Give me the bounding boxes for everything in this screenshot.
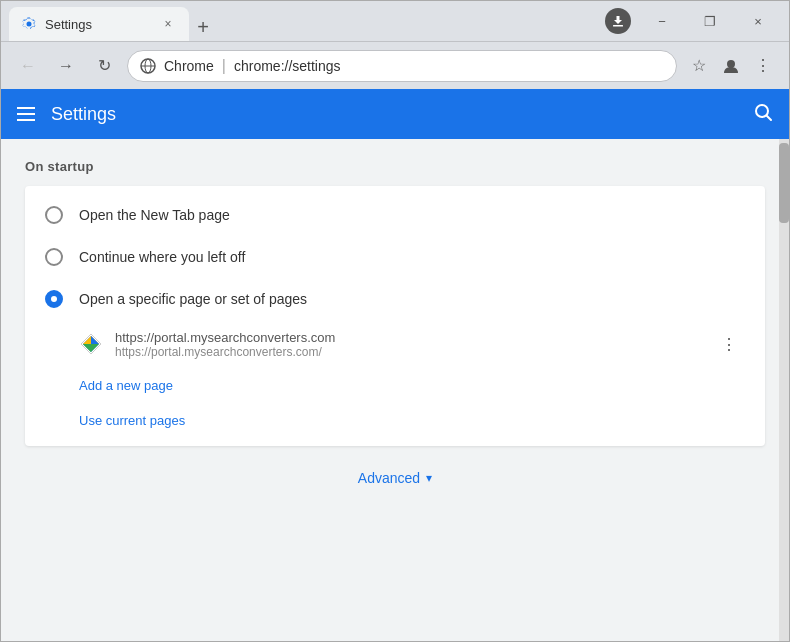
page-more-button[interactable]: ⋮ bbox=[713, 328, 745, 360]
back-button[interactable]: ← bbox=[13, 51, 43, 81]
download-icon bbox=[605, 8, 631, 34]
tab-favicon-icon bbox=[21, 16, 37, 32]
radio-button-continue[interactable] bbox=[45, 248, 63, 266]
radio-label-new-tab: Open the New Tab page bbox=[79, 207, 230, 223]
radio-option-specific[interactable]: Open a specific page or set of pages bbox=[25, 278, 765, 320]
bookmark-icon[interactable]: ☆ bbox=[685, 52, 713, 80]
toolbar-icons: ☆ ⋮ bbox=[685, 52, 777, 80]
window-controls: − ❐ × bbox=[639, 5, 781, 37]
minimize-button[interactable]: − bbox=[639, 5, 685, 37]
url-bar[interactable]: Chrome | chrome://settings bbox=[127, 50, 677, 82]
svg-rect-0 bbox=[613, 25, 623, 27]
svg-point-4 bbox=[727, 60, 735, 68]
menu-icon[interactable]: ⋮ bbox=[749, 52, 777, 80]
radio-button-new-tab[interactable] bbox=[45, 206, 63, 224]
address-bar: ← → ↻ Chrome | chrome://settings ☆ ⋮ bbox=[1, 41, 789, 89]
tab-title: Settings bbox=[45, 17, 92, 32]
radio-option-continue[interactable]: Continue where you left off bbox=[25, 236, 765, 278]
advanced-section[interactable]: Advanced ▾ bbox=[25, 454, 765, 494]
tab-close-button[interactable]: × bbox=[159, 15, 177, 33]
scrollbar[interactable] bbox=[779, 139, 789, 641]
window-close-button[interactable]: × bbox=[735, 5, 781, 37]
url-separator: | bbox=[222, 57, 226, 75]
svg-marker-12 bbox=[83, 344, 91, 352]
scroll-thumb[interactable] bbox=[779, 143, 789, 223]
active-tab[interactable]: Settings × bbox=[9, 7, 189, 41]
browser-name-label: Chrome bbox=[164, 58, 214, 74]
title-bar: Settings × + − ❐ × bbox=[1, 1, 789, 41]
startup-page-entry: https://portal.mysearchconverters.com ht… bbox=[25, 320, 765, 368]
settings-search-icon[interactable] bbox=[753, 102, 773, 127]
page-url-secondary: https://portal.mysearchconverters.com/ bbox=[115, 345, 701, 359]
page-urls: https://portal.mysearchconverters.com ht… bbox=[115, 330, 701, 359]
radio-button-specific[interactable] bbox=[45, 290, 63, 308]
svg-marker-11 bbox=[91, 336, 99, 344]
reload-button[interactable]: ↻ bbox=[89, 51, 119, 81]
radio-option-new-tab[interactable]: Open the New Tab page bbox=[25, 194, 765, 236]
page-favicon-icon bbox=[79, 332, 103, 356]
settings-header: Settings bbox=[1, 89, 789, 139]
page-url-primary: https://portal.mysearchconverters.com bbox=[115, 330, 701, 345]
radio-label-specific: Open a specific page or set of pages bbox=[79, 291, 307, 307]
chrome-icon bbox=[140, 58, 156, 74]
svg-line-6 bbox=[767, 115, 772, 120]
main-content: On startup Open the New Tab page Continu… bbox=[1, 139, 789, 641]
new-tab-button[interactable]: + bbox=[189, 13, 217, 41]
radio-label-continue: Continue where you left off bbox=[79, 249, 245, 265]
maximize-button[interactable]: ❐ bbox=[687, 5, 733, 37]
section-title: On startup bbox=[25, 159, 765, 174]
profile-icon[interactable] bbox=[717, 52, 745, 80]
url-text: chrome://settings bbox=[234, 58, 341, 74]
forward-button[interactable]: → bbox=[51, 51, 81, 81]
add-new-page-link[interactable]: Add a new page bbox=[25, 368, 765, 403]
content-area: On startup Open the New Tab page Continu… bbox=[1, 139, 789, 641]
browser-window: Settings × + − ❐ × ← → ↻ bbox=[0, 0, 790, 642]
hamburger-menu[interactable] bbox=[17, 107, 35, 121]
advanced-label: Advanced bbox=[358, 470, 420, 486]
page-title: Settings bbox=[51, 104, 737, 125]
chevron-down-icon: ▾ bbox=[426, 471, 432, 485]
tab-area: Settings × + bbox=[9, 1, 597, 41]
startup-options-card: Open the New Tab page Continue where you… bbox=[25, 186, 765, 446]
use-current-pages-link[interactable]: Use current pages bbox=[25, 403, 765, 438]
